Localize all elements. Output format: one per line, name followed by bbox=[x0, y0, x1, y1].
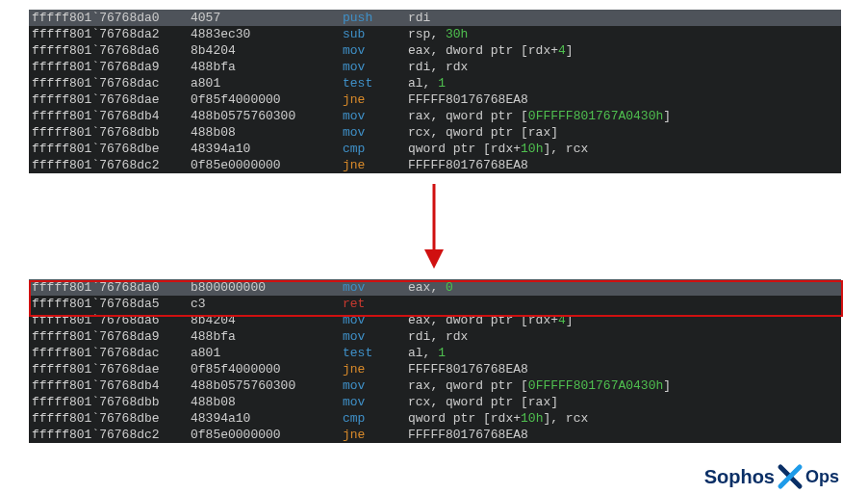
operands: eax, dword ptr [rdx+4] bbox=[408, 42, 841, 59]
mnemonic: mov bbox=[343, 328, 408, 345]
sophos-x-ops-logo: Sophos Ops bbox=[704, 463, 839, 490]
operands: FFFFF80176768EA8 bbox=[408, 91, 841, 108]
operands: rsp, 30h bbox=[408, 26, 841, 42]
mnemonic: cmp bbox=[343, 410, 408, 427]
operands: rdi, rdx bbox=[408, 328, 841, 345]
address: fffff801`76768da0 bbox=[29, 279, 191, 296]
mnemonic: cmp bbox=[343, 141, 408, 157]
operands: rcx, qword ptr [rax] bbox=[408, 394, 841, 410]
disasm-row: fffff801`76768dc20f85e0000000jneFFFFF801… bbox=[29, 427, 841, 443]
arrow-down-icon bbox=[0, 173, 868, 279]
mnemonic: mov bbox=[343, 279, 408, 296]
address: fffff801`76768da6 bbox=[29, 42, 191, 59]
operands: rcx, qword ptr [rax] bbox=[408, 124, 841, 141]
disasm-row: fffff801`76768daca801testal, 1 bbox=[29, 75, 841, 91]
opcode-bytes: 0f85f4000000 bbox=[191, 361, 343, 377]
logo-text-primary: Sophos bbox=[704, 466, 775, 488]
disasm-row: fffff801`76768da24883ec30subrsp, 30h bbox=[29, 26, 841, 42]
operands: eax, dword ptr [rdx+4] bbox=[408, 312, 841, 328]
operands: rdi bbox=[408, 10, 841, 26]
address: fffff801`76768dbe bbox=[29, 141, 191, 157]
address: fffff801`76768dac bbox=[29, 75, 191, 91]
disasm-row: fffff801`76768da9488bfamovrdi, rdx bbox=[29, 59, 841, 75]
mnemonic: jne bbox=[343, 361, 408, 377]
disasm-row: fffff801`76768da0b800000000moveax, 0 bbox=[29, 279, 841, 296]
logo-x-icon bbox=[777, 463, 804, 490]
opcode-bytes: a801 bbox=[191, 75, 343, 91]
operands: rax, qword ptr [0FFFFF801767A0430h] bbox=[408, 108, 841, 124]
disasm-row: fffff801`76768da9488bfamovrdi, rdx bbox=[29, 328, 841, 345]
disasm-row: fffff801`76768da68b4204moveax, dword ptr… bbox=[29, 312, 841, 328]
address: fffff801`76768dc2 bbox=[29, 157, 191, 173]
disassembly-block-patched: fffff801`76768da0b800000000moveax, 0ffff… bbox=[29, 279, 841, 443]
opcode-bytes: 488b0575760300 bbox=[191, 377, 343, 394]
address: fffff801`76768da5 bbox=[29, 296, 191, 312]
disassembly-block-original: fffff801`76768da04057pushrdifffff801`767… bbox=[29, 10, 841, 173]
operands: qword ptr [rdx+10h], rcx bbox=[408, 410, 841, 427]
disasm-row: fffff801`76768da5c3ret bbox=[29, 296, 841, 312]
opcode-bytes: 48394a10 bbox=[191, 410, 343, 427]
mnemonic: mov bbox=[343, 108, 408, 124]
opcode-bytes: 8b4204 bbox=[191, 42, 343, 59]
disasm-row: fffff801`76768da68b4204moveax, dword ptr… bbox=[29, 42, 841, 59]
disasm-row: fffff801`76768dc20f85e0000000jneFFFFF801… bbox=[29, 157, 841, 173]
disasm-row: fffff801`76768dbb488b08movrcx, qword ptr… bbox=[29, 394, 841, 410]
mnemonic: mov bbox=[343, 377, 408, 394]
operands: eax, 0 bbox=[408, 279, 841, 296]
opcode-bytes: 48394a10 bbox=[191, 141, 343, 157]
operands: FFFFF80176768EA8 bbox=[408, 361, 841, 377]
address: fffff801`76768da9 bbox=[29, 59, 191, 75]
opcode-bytes: 0f85e0000000 bbox=[191, 427, 343, 443]
address: fffff801`76768da2 bbox=[29, 26, 191, 42]
opcode-bytes: 0f85e0000000 bbox=[191, 157, 343, 173]
mnemonic: ret bbox=[343, 296, 408, 312]
address: fffff801`76768da0 bbox=[29, 10, 191, 26]
svg-marker-1 bbox=[424, 249, 444, 269]
mnemonic: jne bbox=[343, 91, 408, 108]
disasm-row: fffff801`76768db4488b0575760300movrax, q… bbox=[29, 377, 841, 394]
address: fffff801`76768da6 bbox=[29, 312, 191, 328]
mnemonic: jne bbox=[343, 427, 408, 443]
opcode-bytes: 488b08 bbox=[191, 394, 343, 410]
mnemonic: mov bbox=[343, 124, 408, 141]
disasm-row: fffff801`76768da04057pushrdi bbox=[29, 10, 841, 26]
opcode-bytes: 488bfa bbox=[191, 59, 343, 75]
opcode-bytes: 0f85f4000000 bbox=[191, 91, 343, 108]
mnemonic: mov bbox=[343, 59, 408, 75]
address: fffff801`76768dbb bbox=[29, 394, 191, 410]
opcode-bytes: a801 bbox=[191, 345, 343, 361]
operands: FFFFF80176768EA8 bbox=[408, 157, 841, 173]
logo-text-secondary: Ops bbox=[805, 467, 839, 487]
disasm-row: fffff801`76768db4488b0575760300movrax, q… bbox=[29, 108, 841, 124]
mnemonic: jne bbox=[343, 157, 408, 173]
address: fffff801`76768dae bbox=[29, 91, 191, 108]
address: fffff801`76768dbb bbox=[29, 124, 191, 141]
address: fffff801`76768dac bbox=[29, 345, 191, 361]
address: fffff801`76768db4 bbox=[29, 108, 191, 124]
opcode-bytes: c3 bbox=[191, 296, 343, 312]
mnemonic: test bbox=[343, 345, 408, 361]
disasm-row: fffff801`76768dbe48394a10cmpqword ptr [r… bbox=[29, 141, 841, 157]
address: fffff801`76768dbe bbox=[29, 410, 191, 427]
disasm-row: fffff801`76768daca801testal, 1 bbox=[29, 345, 841, 361]
opcode-bytes: b800000000 bbox=[191, 279, 343, 296]
opcode-bytes: 4057 bbox=[191, 10, 343, 26]
opcode-bytes: 488b0575760300 bbox=[191, 108, 343, 124]
opcode-bytes: 488b08 bbox=[191, 124, 343, 141]
address: fffff801`76768dae bbox=[29, 361, 191, 377]
mnemonic: mov bbox=[343, 312, 408, 328]
mnemonic: mov bbox=[343, 394, 408, 410]
disasm-row: fffff801`76768dae0f85f4000000jneFFFFF801… bbox=[29, 91, 841, 108]
operands: rax, qword ptr [0FFFFF801767A0430h] bbox=[408, 377, 841, 394]
operands: qword ptr [rdx+10h], rcx bbox=[408, 141, 841, 157]
operands: FFFFF80176768EA8 bbox=[408, 427, 841, 443]
opcode-bytes: 8b4204 bbox=[191, 312, 343, 328]
operands: al, 1 bbox=[408, 75, 841, 91]
opcode-bytes: 4883ec30 bbox=[191, 26, 343, 42]
operands: rdi, rdx bbox=[408, 59, 841, 75]
disasm-row: fffff801`76768dbb488b08movrcx, qword ptr… bbox=[29, 124, 841, 141]
address: fffff801`76768da9 bbox=[29, 328, 191, 345]
operands: al, 1 bbox=[408, 345, 841, 361]
disasm-row: fffff801`76768dae0f85f4000000jneFFFFF801… bbox=[29, 361, 841, 377]
address: fffff801`76768db4 bbox=[29, 377, 191, 394]
